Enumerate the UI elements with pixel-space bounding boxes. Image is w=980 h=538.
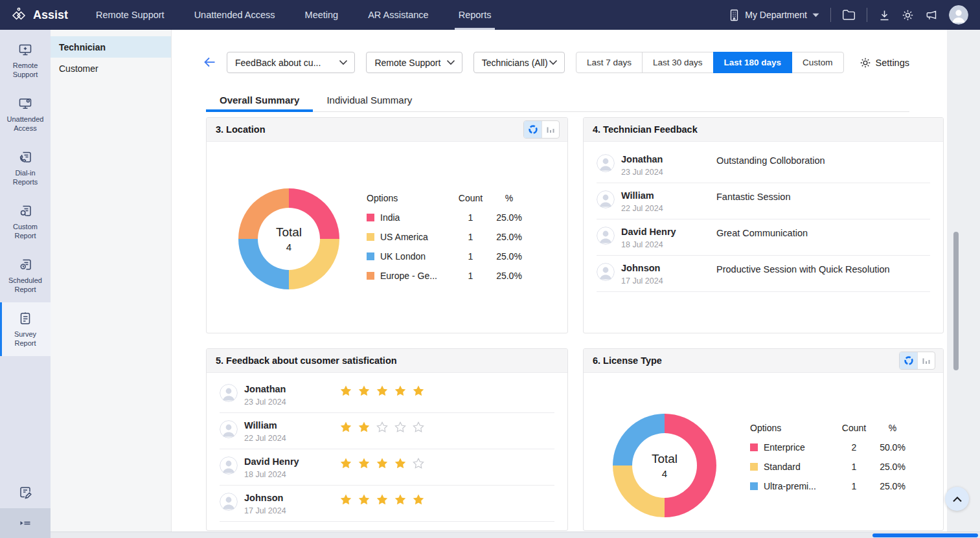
legend-row: Enterprice 2 50.0% — [750, 438, 913, 457]
avatar — [220, 456, 238, 475]
legend-row: UK London 1 25.0% — [367, 247, 530, 266]
feedback-row: Jonathan23 Jul 2024 Outstanding Collobor… — [597, 147, 930, 183]
sidebar-item-remote-support[interactable]: Remote Support — [0, 34, 51, 87]
card-title: 6. License Type — [593, 355, 662, 366]
range-last-30-days[interactable]: Last 30 days — [642, 52, 714, 73]
top-nav: Assist Remote Support Unattended Access … — [0, 0, 980, 30]
nav-remote-support[interactable]: Remote Support — [81, 0, 179, 30]
avatar — [220, 493, 238, 511]
gear-icon[interactable] — [902, 9, 914, 21]
avatar — [597, 227, 615, 245]
legend-swatch — [367, 233, 374, 241]
rating-row: Jonathan23 Jul 2024 — [220, 377, 554, 413]
legend-swatch — [750, 482, 758, 490]
sidebar-collapse-button[interactable] — [0, 508, 51, 538]
star-rating — [339, 493, 425, 506]
service-select-dropdown[interactable]: Remote Support — [366, 52, 462, 73]
sidebar-item-unattended-access[interactable]: Unattended Access — [0, 87, 51, 141]
horizontal-scrollbar-thumb[interactable] — [872, 533, 978, 537]
dial-in-reports-icon — [17, 150, 33, 165]
feedback-note-icon[interactable] — [0, 478, 51, 508]
organization-icon — [729, 9, 740, 21]
card-technician-feedback: 4. Technician Feedback Jonathan23 Jul 20… — [583, 117, 944, 333]
donut-chart-toggle-button[interactable] — [900, 352, 917, 369]
avatar — [597, 263, 615, 281]
location-legend: Options Count % India 1 25.0% US America — [367, 188, 530, 286]
range-custom[interactable]: Custom — [792, 52, 844, 73]
sidebar-item-label: Dial-in Reports — [3, 168, 47, 186]
technician-select-dropdown[interactable]: Technicians (All) — [473, 52, 565, 73]
department-selector[interactable]: My Department — [729, 9, 819, 21]
user-avatar[interactable] — [949, 5, 968, 25]
survey-report-icon — [17, 311, 33, 326]
donut-chart-toggle-button[interactable] — [524, 121, 541, 138]
divider — [830, 8, 831, 22]
chevron-down-icon — [446, 60, 455, 65]
donut-total: Total 4 — [238, 188, 339, 289]
chevron-down-icon — [549, 60, 558, 65]
feedback-row: David Henry18 Jul 2024 Great Communicati… — [597, 219, 930, 256]
sidebar-item-scheduled-report[interactable]: Scheduled Report — [0, 249, 51, 302]
card-customer-satisfaction: 5. Feedback about cusomer satisfication … — [206, 348, 568, 531]
summary-tabs: Overall Summary Individual Summary — [206, 88, 909, 112]
vertical-scrollbar-thumb[interactable] — [953, 232, 959, 370]
legend-swatch — [750, 443, 758, 451]
card-title: 3. Location — [216, 124, 266, 135]
card-location: 3. Location Total — [206, 117, 568, 333]
avatar — [220, 420, 238, 438]
card-title: 4. Technician Feedback — [593, 124, 698, 135]
unattended-access-icon — [17, 96, 33, 111]
license-legend: Options Count % Enterprice 2 50.0% Stand… — [750, 418, 913, 496]
megaphone-icon[interactable] — [925, 9, 938, 21]
chart-type-toggle — [899, 352, 935, 370]
nav-meeting[interactable]: Meeting — [290, 0, 354, 30]
donut-total: Total 4 — [613, 414, 716, 517]
avatar — [597, 190, 615, 208]
nav-unattended-access[interactable]: Unattended Access — [179, 0, 290, 30]
remote-support-icon — [17, 42, 33, 58]
card-license-type: 6. License Type To — [583, 348, 944, 531]
nav-ar-assistance[interactable]: AR Assistance — [353, 0, 444, 30]
bar-chart-toggle-button[interactable] — [541, 121, 559, 138]
sidebar-item-custom-report[interactable]: Custom Report — [0, 195, 51, 249]
settings-label: Settings — [876, 58, 909, 68]
sidebar-item-customer[interactable]: Customer — [51, 58, 171, 79]
app-logo[interactable]: Assist — [0, 6, 81, 23]
avatar — [220, 384, 238, 402]
legend-swatch — [750, 463, 758, 471]
cards-grid: 3. Location Total — [206, 117, 909, 531]
range-last-7-days[interactable]: Last 7 days — [576, 52, 643, 73]
nav-reports[interactable]: Reports — [444, 0, 507, 30]
gear-icon — [860, 57, 871, 69]
sidebar-item-technician[interactable]: Technician — [51, 36, 171, 58]
main-content: FeedBack about cu... Remote Support Tech… — [172, 30, 980, 538]
tab-overall-summary[interactable]: Overall Summary — [206, 88, 313, 111]
back-arrow-button[interactable] — [202, 54, 218, 70]
nav-right-tools: My Department — [729, 5, 980, 25]
sidebar-item-label: Remote Support — [3, 61, 47, 79]
scroll-to-top-button[interactable] — [945, 487, 969, 511]
report-toolbar: FeedBack about cu... Remote Support Tech… — [206, 52, 909, 73]
rating-row: David Henry18 Jul 2024 — [220, 449, 554, 486]
folder-icon[interactable] — [842, 9, 856, 21]
settings-button[interactable]: Settings — [860, 57, 909, 69]
legend-row: US America 1 25.0% — [367, 227, 530, 247]
bar-chart-toggle-button[interactable] — [917, 352, 935, 369]
report-select-dropdown[interactable]: FeedBack about cu... — [227, 52, 355, 73]
download-icon[interactable] — [878, 9, 891, 21]
assist-logo-icon — [10, 6, 27, 23]
scheduled-report-icon — [17, 257, 33, 273]
left-icon-sidebar: Remote Support Unattended Access Dial- — [0, 30, 51, 538]
sidebar-item-label: Survey Report — [3, 330, 47, 348]
range-last-180-days[interactable]: Last 180 days — [713, 52, 793, 73]
tab-individual-summary[interactable]: Individual Summary — [313, 88, 426, 111]
sidebar-item-dial-in-reports[interactable]: Dial-in Reports — [0, 141, 51, 195]
feedback-row: Johnson17 Jul 2024 Productive Session wi… — [597, 256, 930, 292]
sidebar-item-survey-report[interactable]: Survey Report — [0, 302, 51, 356]
date-range-group: Last 7 days Last 30 days Last 180 days C… — [576, 52, 844, 73]
legend-row: Ultra-premi... 1 25.0% — [750, 476, 913, 496]
sidebar-item-label: Scheduled Report — [3, 276, 47, 294]
app-title: Assist — [33, 8, 68, 22]
star-rating — [339, 384, 425, 398]
report-select-value: FeedBack about cu... — [235, 58, 321, 68]
